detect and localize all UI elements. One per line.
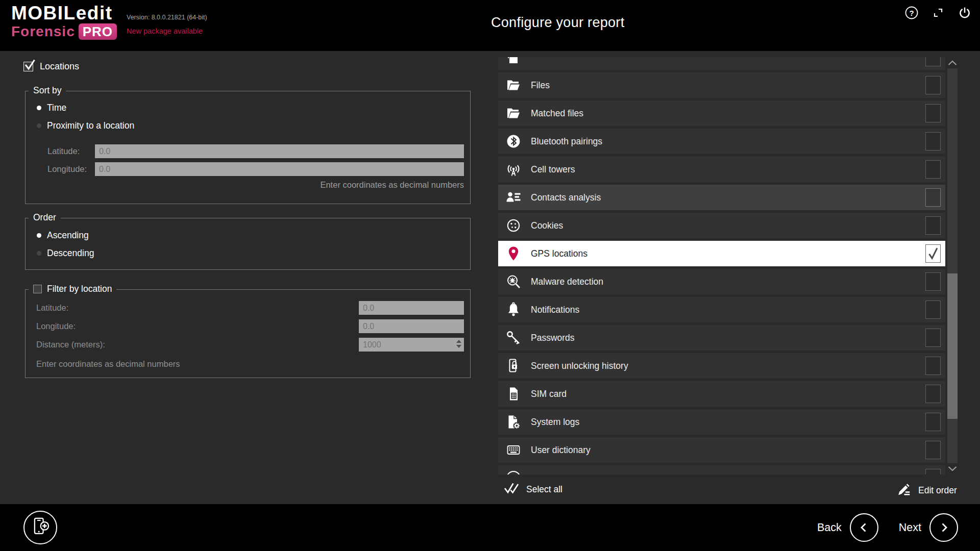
sort-by-legend: Sort by: [29, 85, 66, 96]
report-item-checkbox[interactable]: [925, 216, 941, 235]
filter-longitude-input[interactable]: [359, 319, 464, 333]
report-item-row[interactable]: Bluetooth pairings: [498, 129, 945, 154]
report-item-row[interactable]: Cookies: [498, 213, 945, 238]
next-button[interactable]: Next: [899, 513, 958, 542]
report-item-checkbox[interactable]: [925, 272, 941, 291]
report-item-label: Contacts analysis: [531, 192, 601, 203]
back-button[interactable]: Back: [817, 513, 878, 542]
radio-dot-unselected[interactable]: [37, 123, 41, 128]
edit-order-pencil-icon: [896, 482, 912, 499]
report-item-label: Files: [531, 80, 550, 91]
scrollbar-thumb[interactable]: [947, 273, 958, 419]
radio-dot-selected[interactable]: [37, 106, 41, 110]
report-item-checkbox[interactable]: [925, 244, 941, 263]
filter-coordinates-helper: Enter coordinates as decimal numbers: [36, 359, 180, 369]
report-item-row[interactable]: Passwords: [498, 325, 945, 350]
update-notice[interactable]: New package available: [127, 27, 203, 35]
distance-stepper[interactable]: [456, 340, 461, 348]
report-item-checkbox[interactable]: [925, 104, 941, 122]
radio-dot-selected[interactable]: [37, 233, 41, 238]
app-logo: MOBILedit Forensic PRO: [11, 3, 117, 40]
window-controls: ?: [904, 4, 972, 21]
locations-checkbox[interactable]: [23, 62, 33, 71]
report-item-label: Cell towers: [531, 164, 575, 175]
filter-distance-input[interactable]: [359, 338, 464, 352]
resize-window-icon[interactable]: [931, 6, 945, 20]
locations-label: Locations: [40, 61, 79, 72]
filter-longitude-label: Longitude:: [36, 319, 76, 333]
report-item-label: Notifications: [531, 305, 579, 315]
report-item-checkbox[interactable]: [925, 76, 941, 94]
report-item-row[interactable]: Matched files: [498, 101, 945, 126]
order-legend: Order: [29, 212, 61, 223]
report-item-checkbox[interactable]: [925, 385, 941, 403]
power-icon[interactable]: [958, 6, 972, 20]
pro-badge: PRO: [79, 23, 117, 40]
report-item-row[interactable]: System logs: [498, 409, 945, 435]
locations-toggle[interactable]: Locations: [23, 61, 79, 72]
filter-by-location-checkbox[interactable]: [33, 285, 42, 293]
report-item-checkbox[interactable]: [925, 188, 941, 207]
screen-lock-icon: [505, 358, 522, 374]
order-descending-label: Descending: [47, 248, 94, 259]
scrollbar-up-icon[interactable]: [946, 57, 959, 68]
contacts-icon: [505, 189, 522, 206]
scrollbar-track[interactable]: [947, 57, 958, 474]
sort-option-proximity[interactable]: Proximity to a location: [37, 120, 134, 131]
add-phone-button[interactable]: [23, 511, 57, 544]
edit-order-label: Edit order: [918, 485, 957, 496]
report-item-checkbox[interactable]: [925, 132, 941, 151]
report-item-row[interactable]: Files: [498, 72, 945, 98]
add-phone-icon: [30, 516, 51, 539]
cookie-icon: [505, 217, 522, 234]
sort-option-time[interactable]: Time: [37, 103, 66, 113]
report-item-checkbox[interactable]: [925, 413, 941, 431]
folder-open-icon: [505, 105, 522, 121]
report-item-checkbox[interactable]: [925, 329, 941, 347]
report-item-row[interactable]: GPS locations: [498, 241, 945, 266]
partial-bottom-item-icon: [505, 470, 522, 474]
select-all-label: Select all: [526, 484, 562, 495]
report-item-checkbox[interactable]: [925, 57, 941, 66]
page-title: Configure your report: [491, 15, 624, 31]
report-item-row[interactable]: Malware detection: [498, 269, 945, 294]
report-item-checkbox[interactable]: [925, 300, 941, 319]
report-item-row[interactable]: Screen unlocking history: [498, 353, 945, 379]
report-item-checkbox[interactable]: [925, 469, 941, 474]
chevron-left-icon: [850, 513, 878, 542]
report-item-checkbox[interactable]: [925, 441, 941, 459]
report-item-row[interactable]: Notifications: [498, 297, 945, 322]
scrollbar-down-icon[interactable]: [946, 463, 959, 474]
report-item-row[interactable]: User dictionary: [498, 437, 945, 463]
double-check-icon: [503, 480, 520, 499]
report-item-checkbox[interactable]: [925, 357, 941, 375]
header: MOBILedit Forensic PRO Version: 8.0.0.21…: [0, 0, 980, 51]
stepper-up-icon[interactable]: [456, 340, 461, 343]
select-all-button[interactable]: Select all: [503, 480, 562, 499]
app-window: MOBILedit Forensic PRO Version: 8.0.0.21…: [0, 0, 980, 551]
filter-legend: Filter by location: [29, 284, 116, 294]
help-icon[interactable]: ?: [904, 6, 919, 20]
edit-order-button[interactable]: Edit order: [896, 482, 957, 499]
order-option-descending[interactable]: Descending: [37, 248, 94, 259]
report-item-label: Cookies: [531, 220, 563, 231]
cell-tower-icon: [505, 161, 522, 178]
report-item-row[interactable]: Cell towers: [498, 157, 945, 182]
order-option-ascending[interactable]: Ascending: [37, 230, 89, 241]
malware-scan-icon: [505, 273, 522, 290]
report-item-row[interactable]: SIM card: [498, 381, 945, 407]
report-item-row[interactable]: [498, 57, 945, 70]
radio-dot-unselected[interactable]: [37, 251, 41, 256]
svg-text:?: ?: [909, 9, 914, 17]
report-item-row[interactable]: [498, 465, 945, 474]
logo-text-forensic: Forensic PRO: [11, 23, 117, 40]
stepper-down-icon[interactable]: [456, 345, 461, 348]
report-item-row[interactable]: Contacts analysis: [498, 185, 945, 210]
partial-top-item-icon: [505, 57, 522, 65]
report-item-label: User dictionary: [531, 445, 591, 456]
sort-latitude-input[interactable]: [95, 144, 464, 158]
report-item-checkbox[interactable]: [925, 160, 941, 179]
filter-latitude-input[interactable]: [359, 301, 464, 315]
sort-longitude-input[interactable]: [95, 162, 464, 176]
logo-forensic-label: Forensic: [11, 23, 75, 40]
